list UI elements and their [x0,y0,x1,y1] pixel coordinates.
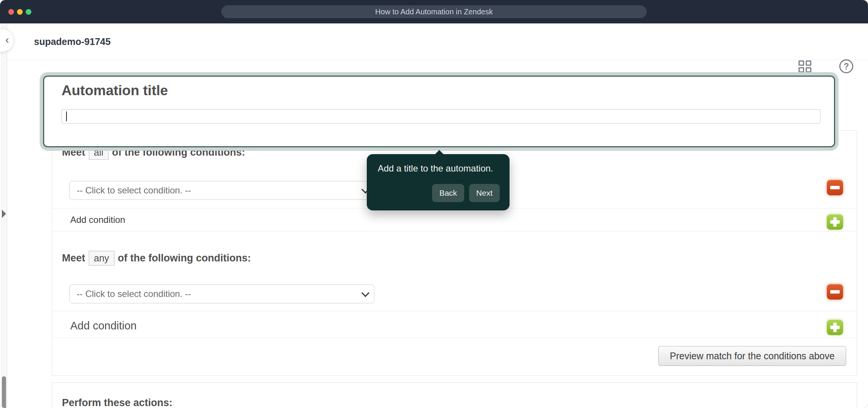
meet-any-suffix: of the following conditions: [118,252,251,264]
automation-title-heading: Automation title [62,83,168,99]
condition-select-all[interactable]: -- Click to select condition. -- [70,181,374,200]
meet-any-row: Meet any of the following conditions: [62,251,251,266]
add-condition-all-link[interactable]: Add condition [70,215,125,225]
text-caret [66,111,67,121]
tooltip-message: Add a title to the automation. [378,163,493,174]
header: supademo-91745 ? [0,23,868,60]
meet-any-prefix: Meet [62,252,85,264]
preview-match-button[interactable]: Preview match for the conditions above [658,346,846,366]
close-traffic-light-icon[interactable] [8,9,14,15]
demo-title: supademo-91745 [34,23,111,60]
automation-title-input-wrap [62,109,820,124]
panel-expand-handle-icon[interactable] [2,210,6,218]
demo-tooltip: Add a title to the automation. Back Next [367,154,510,210]
remove-condition-any-button[interactable] [827,284,843,300]
meet-all-suffix: of the following conditions: [112,147,245,158]
scrollbar-thumb[interactable] [2,376,6,408]
meet-all-prefix: Meet [62,147,85,158]
automation-title-hotspot: Automation title [43,76,835,147]
condition-select-any-placeholder: -- Click to select condition. -- [77,289,191,299]
minimize-traffic-light-icon[interactable] [17,9,23,15]
perform-actions-heading: Perform these actions: [62,397,173,408]
add-condition-any-link[interactable]: Add condition [70,320,137,332]
help-icon[interactable]: ? [839,59,853,73]
window-title: How to Add Automation in Zendesk [221,5,647,18]
condition-select-any[interactable]: -- Click to select condition. -- [70,284,374,303]
maximize-traffic-light-icon[interactable] [26,9,31,15]
mode-select-any[interactable]: any [89,251,114,266]
titlebar: How to Add Automation in Zendesk [0,0,868,23]
tooltip-next-button[interactable]: Next [469,184,500,202]
grid-icon[interactable] [798,60,811,73]
actions-card: Perform these actions: [52,382,857,408]
automation-title-input[interactable] [62,109,820,124]
add-condition-all-button[interactable] [827,214,843,230]
tooltip-arrow-icon [435,150,444,155]
condition-select-all-placeholder: -- Click to select condition. -- [77,185,191,196]
chevron-down-icon [361,289,369,297]
remove-condition-all-button[interactable] [827,180,843,195]
add-condition-any-button[interactable] [827,320,843,335]
tooltip-back-button[interactable]: Back [432,184,464,202]
chevron-left-icon: ‹ [5,33,9,46]
left-scrollbar-track [1,23,7,408]
app-window: How to Add Automation in Zendesk supadem… [0,0,868,408]
